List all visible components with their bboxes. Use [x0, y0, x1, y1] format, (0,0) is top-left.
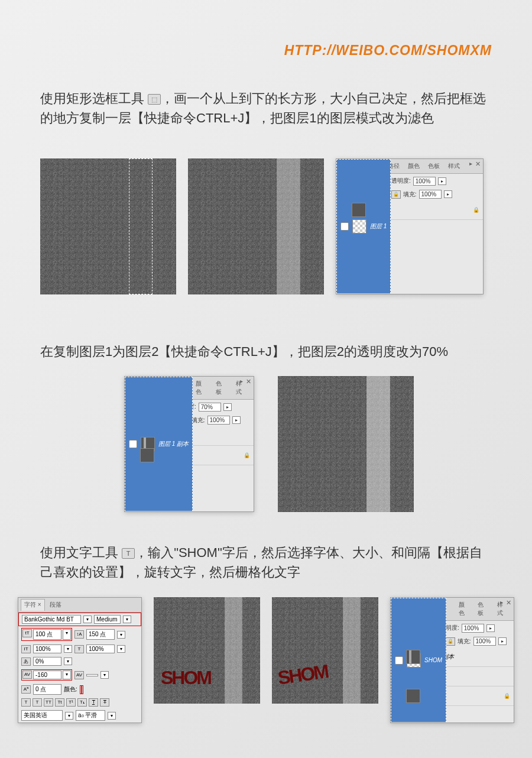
- layer-name: 图层 1 副本: [158, 440, 189, 448]
- size-icon: tT: [22, 629, 32, 637]
- kern-input[interactable]: 0%: [33, 657, 61, 666]
- panel-tabs: 字符 × 段落: [18, 598, 141, 613]
- dropdown-icon[interactable]: ▸: [498, 637, 507, 645]
- minimize-icon[interactable]: ▸: [500, 599, 503, 605]
- dropdown-icon[interactable]: ▾: [65, 712, 73, 720]
- layer-list: 👁SHOM 👁图层 1 副本 👁图层 1 👁背景🔒: [391, 647, 514, 706]
- aa-select[interactable]: a₀ 平滑: [76, 710, 105, 721]
- dropdown-icon[interactable]: ▾: [83, 616, 92, 623]
- dropdown-icon[interactable]: ▾: [64, 645, 72, 653]
- track-input[interactable]: -160: [33, 670, 61, 679]
- character-panel: ✕ ▸ 字符 × 段落 BankGothic Md BT▾ Medium▾ tT…: [18, 597, 142, 723]
- texture-preview-2: [188, 158, 324, 294]
- layer-list: 👁图层 1 副本 👁图层 1 👁背景🔒: [125, 426, 254, 465]
- lock-all-icon[interactable]: 🔒: [391, 190, 401, 199]
- vscale-input[interactable]: 100%: [33, 644, 61, 653]
- instr-1a: 使用矩形选框工具: [40, 91, 148, 106]
- baseline-row: Aª0 点 颜色:: [18, 682, 141, 697]
- layer-list: 👁 图层 1 👁 背景 🔒: [336, 200, 483, 220]
- fill-input[interactable]: 100%: [419, 190, 442, 199]
- visibility-icon[interactable]: 👁: [395, 656, 403, 665]
- dropdown-icon[interactable]: ▾: [117, 645, 125, 653]
- leading-icon: ↕A: [74, 630, 84, 639]
- caps-icon[interactable]: TT: [44, 698, 53, 707]
- tab-styles[interactable]: 样式: [445, 160, 463, 172]
- lock-icon[interactable]: 🔒: [446, 637, 455, 646]
- light-stripe: [343, 597, 361, 704]
- instruction-1: 使用矩形选框工具 ⬚，画一个从上到下的长方形，大小自己决定，然后把框选的地方复制…: [40, 89, 489, 128]
- opacity-input[interactable]: 70%: [199, 403, 221, 412]
- tab-color[interactable]: 颜色: [404, 160, 423, 172]
- layer-thumb: [406, 650, 420, 664]
- strike-icon[interactable]: T̶: [100, 698, 109, 707]
- layer-thumb: [406, 689, 420, 703]
- row-1: ✕ ▸ 图层 × 通道 路径 颜色 色板 样式 滤色▾ 不透明度: 100%▸ …: [40, 158, 484, 294]
- close-icon[interactable]: ✕: [506, 599, 511, 607]
- close-icon[interactable]: ✕: [475, 160, 481, 168]
- fill-label: 填充:: [458, 637, 471, 646]
- fill-input[interactable]: 100%: [473, 637, 496, 646]
- baseline-input[interactable]: 0 点: [33, 684, 61, 695]
- light-stripe: [225, 597, 242, 704]
- kern-row: あ0%▾: [18, 655, 141, 668]
- tab-paragraph[interactable]: 段落: [46, 599, 65, 611]
- fill-input[interactable]: 100%: [207, 416, 230, 425]
- opacity-input[interactable]: 100%: [413, 177, 436, 186]
- size-input[interactable]: 100 点: [33, 629, 61, 640]
- dropdown-icon[interactable]: ▾: [100, 671, 109, 679]
- lang-row: 美国英语▾ a₀ 平滑▾: [18, 708, 141, 723]
- weight-select[interactable]: Medium: [94, 615, 121, 624]
- layer-row[interactable]: 👁 图层 1: [336, 159, 391, 294]
- dropdown-icon[interactable]: ▸: [444, 190, 452, 198]
- font-select[interactable]: BankGothic Md BT: [22, 615, 81, 624]
- lang-select[interactable]: 美国英语: [21, 710, 63, 721]
- leading-input[interactable]: 150 点: [86, 629, 115, 640]
- minimize-icon[interactable]: ▸: [240, 378, 243, 384]
- dropdown-icon[interactable]: ▸: [438, 177, 446, 185]
- dropdown-icon[interactable]: ▾: [108, 712, 116, 720]
- color-label: 颜色:: [64, 685, 77, 694]
- dropdown-icon[interactable]: ▾: [63, 629, 71, 640]
- lock-icon: 🔒: [473, 207, 479, 213]
- tab[interactable]: 色板: [212, 378, 231, 398]
- minimize-icon[interactable]: ▸: [469, 160, 472, 167]
- italic-icon[interactable]: T: [33, 698, 42, 707]
- close-icon[interactable]: ✕: [246, 378, 251, 386]
- color-swatch[interactable]: [81, 686, 82, 694]
- dropdown-icon[interactable]: ▸: [232, 416, 241, 424]
- dropdown-icon[interactable]: ▸: [486, 624, 495, 632]
- dropdown-icon[interactable]: ▾: [117, 631, 125, 639]
- light-stripe: [277, 158, 300, 294]
- visibility-icon[interactable]: 👁: [340, 222, 349, 231]
- tab-swatches[interactable]: 色板: [424, 160, 443, 172]
- fill-label: 填充:: [192, 416, 205, 425]
- layers-panel-3: ✕ ▸ 图层 × 通道 路径 颜色 色板 样式 正常▾ 不透明度: 100%▸ …: [390, 597, 514, 723]
- dropdown-icon[interactable]: ▾: [64, 657, 72, 665]
- smallcaps-icon[interactable]: Tt: [55, 698, 64, 707]
- dropdown-icon[interactable]: ▾: [63, 670, 71, 679]
- dropdown-icon[interactable]: ▾: [123, 616, 131, 623]
- track2-input[interactable]: [86, 674, 98, 676]
- layer-thumb: [352, 219, 366, 234]
- scale-row: IT100%▾ T100%▾: [18, 643, 141, 655]
- tab-character[interactable]: 字符 ×: [21, 599, 45, 611]
- sub-icon[interactable]: T₁: [77, 698, 87, 707]
- layer-row[interactable]: 👁图层 1 副本: [125, 377, 193, 511]
- bold-icon[interactable]: T: [21, 698, 31, 707]
- visibility-icon[interactable]: 👁: [129, 440, 137, 448]
- layer-thumb: [140, 448, 154, 462]
- instruction-2: 在复制图层1为图层2【快捷命令CTRL+J】，把图层2的透明度改为70%: [40, 342, 489, 361]
- marquee-tool-icon: ⬚: [148, 94, 161, 105]
- opacity-input[interactable]: 100%: [462, 624, 484, 633]
- tab[interactable]: 色板: [474, 599, 492, 619]
- instr-3a: 使用文字工具: [40, 545, 122, 560]
- color-group: [80, 685, 83, 694]
- super-icon[interactable]: T¹: [66, 698, 76, 707]
- underline-icon[interactable]: T̲: [89, 698, 98, 707]
- instruction-3: 使用文字工具 T，输入"SHOM"字后，然后选择字体、大小、和间隔【根据自己喜欢…: [40, 543, 489, 582]
- dropdown-icon[interactable]: ▸: [223, 403, 232, 411]
- tab[interactable]: 颜色: [455, 599, 473, 619]
- hscale-input[interactable]: 100%: [86, 644, 115, 653]
- header-url: HTTP://WEIBO.COM/SHOMXM: [284, 43, 492, 59]
- tab[interactable]: 颜色: [192, 378, 211, 398]
